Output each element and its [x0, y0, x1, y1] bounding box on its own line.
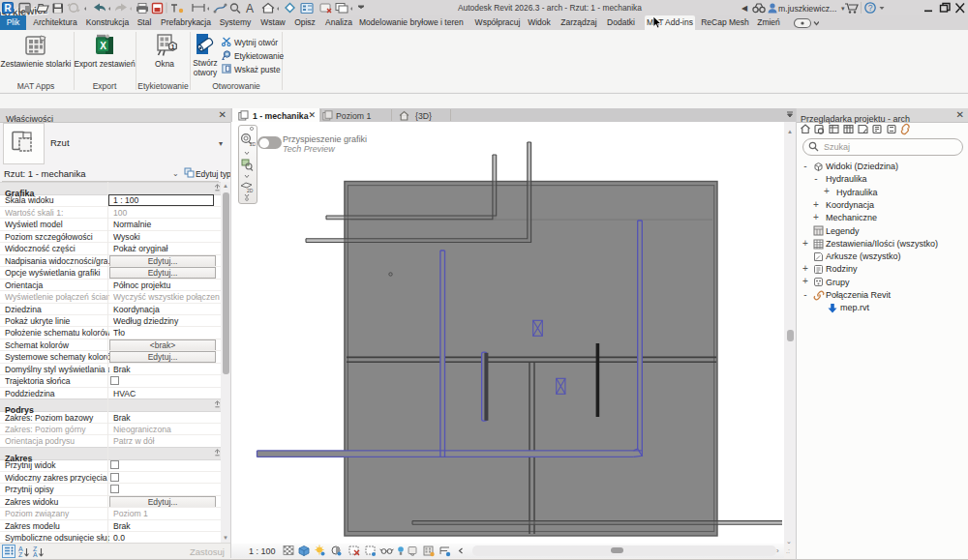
svg-text:2D: 2D: [247, 188, 254, 193]
svg-text:Z: Z: [18, 551, 23, 558]
svg-text:?: ?: [868, 3, 873, 13]
svg-text:A: A: [246, 2, 254, 15]
svg-text:A: A: [33, 551, 38, 558]
svg-text:2D: 2D: [250, 141, 256, 147]
svg-text:1: 1: [170, 43, 174, 51]
svg-text:X: X: [100, 41, 106, 51]
svg-text:R: R: [4, 3, 12, 14]
